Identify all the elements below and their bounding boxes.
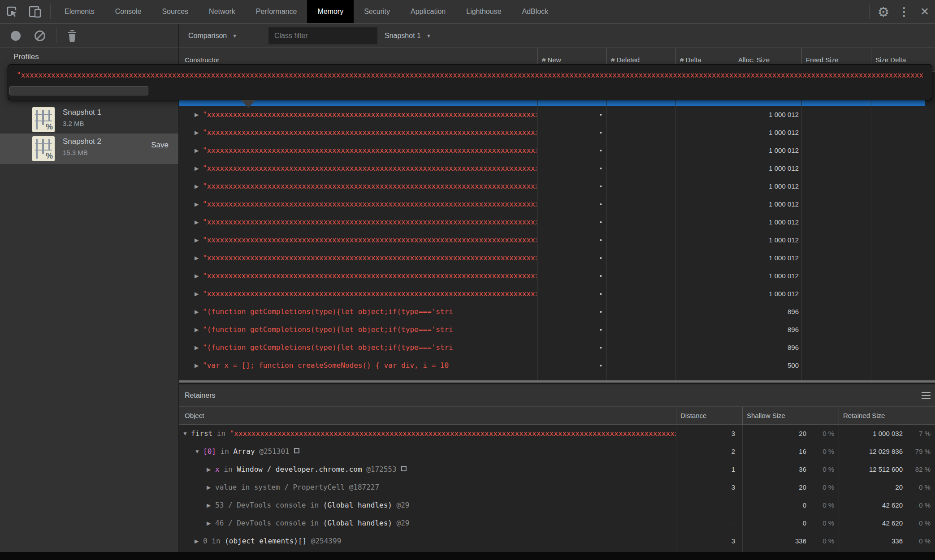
constructor-string: "(function getCompletions(type){let obje… (203, 321, 537, 339)
constructor-row[interactable]: ▶"var x = []; function createSomeNodes()… (179, 375, 935, 380)
constructor-row[interactable]: ▶"xxxxxxxxxxxxxxxxxxxxxxxxxxxxxxxxxxxxxx… (179, 124, 935, 142)
tab-lighthouse[interactable]: Lighthouse (456, 0, 511, 23)
constructor-row[interactable]: ▶"xxxxxxxxxxxxxxxxxxxxxxxxxxxxxxxxxxxxxx… (179, 267, 935, 285)
retainer-row[interactable]: ▶53 / DevTools console in (Global handle… (179, 496, 935, 514)
collapsed-triangle-icon[interactable]: ▶ (207, 496, 215, 514)
sidebar-item-snapshot-1[interactable]: % Snapshot 1 3.2 MB (0, 104, 178, 135)
base-snapshot-select[interactable]: Snapshot 1 ▼ (385, 24, 431, 48)
collapsed-triangle-icon[interactable]: ▶ (207, 461, 215, 478)
constructor-string: "xxxxxxxxxxxxxxxxxxxxxxxxxxxxxxxxxxxxxxx… (203, 213, 537, 231)
inspect-element-button[interactable] (0, 0, 23, 23)
row-expander-icon[interactable]: ▶ (195, 321, 202, 339)
retainer-row[interactable]: ▶0 in (object elements)[] @25439933360 %… (179, 532, 935, 550)
retainer-row[interactable]: ▶x in Window / developer.chrome.com @172… (179, 461, 935, 478)
device-toolbar-button[interactable] (23, 0, 47, 23)
tooltip-scrollbar-thumb[interactable] (9, 86, 148, 95)
row-expander-icon[interactable]: ▶ (195, 267, 202, 285)
retainers-titlebar: Retainers (179, 384, 935, 407)
reveal-object-icon[interactable] (294, 448, 299, 453)
constructor-row[interactable]: ▶"var x = []; function createSomeNodes()… (179, 357, 935, 375)
column-header-object[interactable]: Object (185, 407, 204, 425)
constructor-row[interactable]: ▶"xxxxxxxxxxxxxxxxxxxxxxxxxxxxxxxxxxxxxx… (179, 142, 935, 159)
hamburger-menu-icon[interactable] (922, 391, 931, 400)
retainer-object-label: [0] in Array @251301 (203, 443, 676, 461)
row-expander-icon[interactable]: ▶ (195, 124, 202, 142)
tab-performance[interactable]: Performance (246, 0, 307, 23)
tab-sources[interactable]: Sources (152, 0, 199, 23)
constructor-row[interactable]: ▶"xxxxxxxxxxxxxxxxxxxxxxxxxxxxxxxxxxxxxx… (179, 106, 935, 124)
constructor-row[interactable]: ▶"xxxxxxxxxxxxxxxxxxxxxxxxxxxxxxxxxxxxxx… (179, 285, 935, 303)
constructor-row[interactable]: ▶"xxxxxxxxxxxxxxxxxxxxxxxxxxxxxxxxxxxxxx… (179, 213, 935, 231)
tab-security[interactable]: Security (354, 0, 400, 23)
row-expander-icon[interactable]: ▶ (195, 375, 202, 380)
row-expander-icon[interactable]: ▶ (195, 177, 202, 195)
constructor-row[interactable]: ▶"xxxxxxxxxxxxxxxxxxxxxxxxxxxxxxxxxxxxxx… (179, 249, 935, 267)
more-options-icon[interactable]: ⋮ (894, 0, 914, 23)
tab-console[interactable]: Console (105, 0, 152, 23)
retainer-row[interactable]: ▶46 / DevTools console in (Global handle… (179, 514, 935, 532)
row-expander-icon[interactable]: ▶ (195, 213, 202, 231)
row-expander-icon[interactable]: ▶ (195, 339, 202, 357)
row-expander-icon[interactable]: ▶ (195, 285, 202, 303)
constructor-row[interactable]: ▶"xxxxxxxxxxxxxxxxxxxxxxxxxxxxxxxxxxxxxx… (179, 195, 935, 213)
shallow-size-cell: 200 % (742, 478, 839, 496)
column-header-shallow-size[interactable]: Shallow Size (747, 407, 785, 425)
expanded-triangle-icon[interactable]: ▼ (195, 443, 203, 461)
constructor-string: "xxxxxxxxxxxxxxxxxxxxxxxxxxxxxxxxxxxxxxx… (203, 267, 537, 285)
constructor-row[interactable]: ▶"xxxxxxxxxxxxxxxxxxxxxxxxxxxxxxxxxxxxxx… (179, 159, 935, 177)
row-expander-icon[interactable]: ▶ (195, 142, 202, 159)
tabbar-right-controls: ⚙ ⋮ ✕ (866, 0, 935, 23)
constructor-string: "xxxxxxxxxxxxxxxxxxxxxxxxxxxxxxxxxxxxxxx… (203, 177, 537, 195)
distance-value: 3 (676, 478, 742, 496)
close-devtools-icon[interactable]: ✕ (914, 0, 935, 23)
collapsed-triangle-icon[interactable]: ▶ (195, 532, 203, 550)
row-expander-icon[interactable]: ▶ (195, 195, 202, 213)
tab-adblock[interactable]: AdBlock (512, 0, 559, 23)
alloc-size-value: 1 000 012 (734, 249, 799, 267)
retainer-object-label: 0 in (object elements)[] @254399 (203, 532, 676, 550)
constructor-string: "var x = []; function createSomeNodes() … (203, 375, 537, 380)
tab-elements[interactable]: Elements (54, 0, 105, 23)
row-expander-icon[interactable]: ▶ (195, 159, 202, 177)
row-expander-icon[interactable]: ▶ (195, 249, 202, 267)
perspective-select[interactable]: Comparison ▼ (188, 24, 237, 48)
row-expander-icon[interactable]: ▶ (195, 357, 202, 375)
sidebar-item-snapshot-2[interactable]: % Snapshot 2 15.3 MB Save (0, 134, 178, 164)
constructor-row[interactable]: ▶"xxxxxxxxxxxxxxxxxxxxxxxxxxxxxxxxxxxxxx… (179, 177, 935, 195)
new-count-dot: • (537, 375, 602, 380)
save-snapshot-link[interactable]: Save (151, 141, 169, 150)
column-divider (537, 72, 538, 380)
constructor-row[interactable]: ▶"(function getCompletions(type){let obj… (179, 303, 935, 321)
class-filter-input[interactable] (268, 27, 377, 44)
constructor-row[interactable]: ▶"(function getCompletions(type){let obj… (179, 339, 935, 357)
record-heap-snapshot-button[interactable] (11, 31, 21, 41)
row-expander-icon[interactable]: ▶ (195, 231, 202, 249)
expanded-triangle-icon[interactable]: ▼ (182, 425, 190, 443)
shallow-size-cell: 160 % (742, 443, 839, 461)
settings-gear-icon[interactable]: ⚙ (873, 0, 894, 23)
retainers-body: ▼first in "xxxxxxxxxxxxxxxxxxxxxxxxxxxxx… (179, 425, 935, 552)
collapsed-triangle-icon[interactable]: ▶ (207, 478, 215, 496)
constructor-row[interactable]: ▶"xxxxxxxxxxxxxxxxxxxxxxxxxxxxxxxxxxxxxx… (179, 231, 935, 249)
tab-memory[interactable]: Memory (307, 0, 354, 23)
retainer-row[interactable]: ▼[0] in Array @2513012160 %12 029 83679 … (179, 443, 935, 461)
clear-profiles-icon[interactable] (35, 30, 45, 41)
column-header-distance[interactable]: Distance (680, 407, 706, 425)
row-expander-icon[interactable]: ▶ (195, 106, 202, 124)
collapsed-triangle-icon[interactable]: ▶ (207, 514, 215, 532)
retainer-row[interactable]: ▶value in system / PropertyCell @1872273… (179, 478, 935, 496)
alloc-size-value: 1 000 012 (734, 195, 799, 213)
row-expander-icon[interactable]: ▶ (195, 303, 202, 321)
delete-profile-button[interactable] (66, 30, 78, 42)
tooltip-caret (241, 100, 255, 108)
shallow-size-cell: 00 % (742, 496, 839, 514)
alloc-size-value: 1 000 012 (734, 177, 799, 195)
trash-icon (66, 30, 78, 42)
tab-network[interactable]: Network (199, 0, 246, 23)
retainer-row[interactable]: ▼first in "xxxxxxxxxxxxxxxxxxxxxxxxxxxxx… (179, 425, 935, 443)
column-header-retained-size[interactable]: Retained Size (843, 407, 885, 425)
column-divider (839, 425, 839, 552)
reveal-object-icon[interactable] (401, 466, 407, 471)
tab-application[interactable]: Application (400, 0, 456, 23)
constructor-row[interactable]: ▶"(function getCompletions(type){let obj… (179, 321, 935, 339)
